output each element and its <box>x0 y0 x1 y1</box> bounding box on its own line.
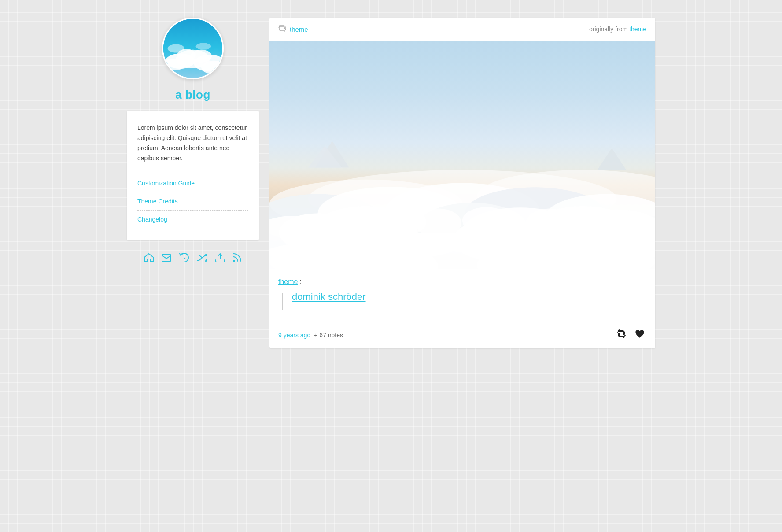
post-header-right: originally from theme <box>589 26 646 33</box>
svg-point-8 <box>168 44 184 52</box>
svg-point-43 <box>526 208 572 237</box>
originally-from-link[interactable]: theme <box>629 26 646 33</box>
customization-guide-link[interactable]: Customization Guide <box>137 174 248 192</box>
attribution-colon: : <box>299 278 301 286</box>
page-wrapper: a blog Lorem ipsum dolor sit amet, conse… <box>127 18 655 348</box>
author-section: dominik schröder <box>278 288 646 312</box>
sidebar-icons <box>144 253 242 265</box>
attribution-theme-link[interactable]: theme <box>278 278 298 286</box>
avatar-image <box>163 19 222 78</box>
upload-icon[interactable] <box>215 253 225 265</box>
post-attribution: theme : dominik schröder <box>269 270 655 318</box>
post-footer-left: 9 years ago + 67 notes <box>278 332 343 339</box>
timestamp-link[interactable]: 9 years ago <box>278 332 310 339</box>
svg-point-9 <box>196 43 211 50</box>
sky-scene <box>269 41 655 270</box>
sidebar-bio: Lorem ipsum dolor sit amet, consectetur … <box>137 123 248 163</box>
attribution-line: theme : <box>278 278 646 286</box>
reblog-button[interactable] <box>615 328 628 342</box>
svg-point-11 <box>233 260 235 262</box>
post-footer-actions <box>615 328 646 342</box>
post-header-left: theme <box>278 25 308 33</box>
svg-point-42 <box>462 207 511 234</box>
avatar <box>162 18 224 79</box>
theme-credits-link[interactable]: Theme Credits <box>137 192 248 211</box>
sidebar-card: Lorem ipsum dolor sit amet, consectetur … <box>127 111 259 240</box>
notes-count: + 67 notes <box>314 332 343 339</box>
mail-icon[interactable] <box>162 254 171 264</box>
svg-rect-38 <box>269 269 655 270</box>
home-icon[interactable] <box>144 253 154 264</box>
rss-icon[interactable] <box>233 253 242 265</box>
svg-point-41 <box>415 208 461 237</box>
sidebar: a blog Lorem ipsum dolor sit amet, conse… <box>127 18 259 265</box>
author-name-link[interactable]: dominik schröder <box>292 291 366 303</box>
svg-point-39 <box>332 208 380 237</box>
blog-title: a blog <box>175 88 210 102</box>
changelog-link[interactable]: Changelog <box>137 211 248 228</box>
post-footer: 9 years ago + 67 notes <box>269 321 655 348</box>
reblog-theme-link[interactable]: theme <box>290 26 308 33</box>
like-button[interactable] <box>633 328 646 342</box>
post-image <box>269 41 655 270</box>
post-header: theme originally from theme <box>269 18 655 41</box>
svg-rect-10 <box>162 255 171 261</box>
reblog-header-icon <box>278 25 286 33</box>
shuffle-icon[interactable] <box>197 254 207 264</box>
originally-from-text: originally from <box>589 26 627 33</box>
attribution-separator <box>282 293 283 310</box>
main-content: theme originally from theme <box>269 18 655 348</box>
history-icon[interactable] <box>179 253 189 265</box>
svg-point-6 <box>191 50 212 63</box>
